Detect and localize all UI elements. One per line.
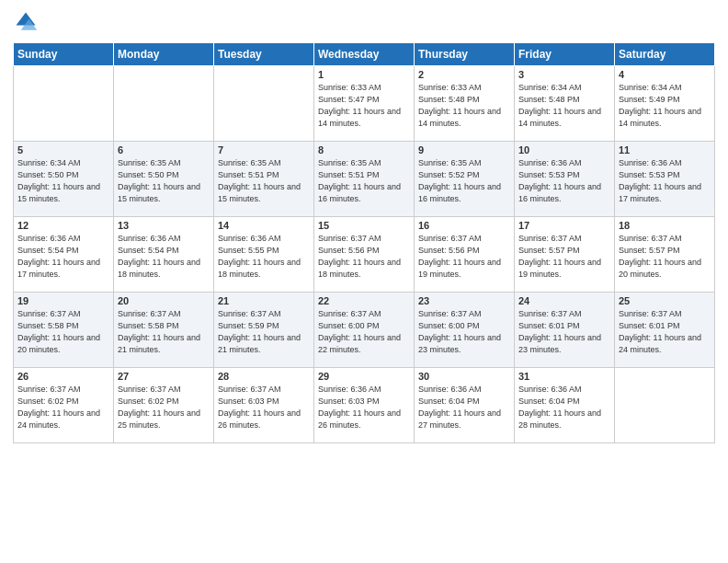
cell-content: Sunrise: 6:37 AMSunset: 5:57 PMDaylight:… [619, 233, 711, 281]
day-number: 3 [518, 69, 610, 80]
calendar-cell: 9Sunrise: 6:35 AMSunset: 5:52 PMDaylight… [415, 142, 515, 217]
cell-content: Sunrise: 6:37 AMSunset: 6:00 PMDaylight:… [418, 308, 510, 356]
calendar-cell: 3Sunrise: 6:34 AMSunset: 5:48 PMDaylight… [515, 66, 615, 142]
day-number: 2 [418, 69, 510, 80]
day-number: 20 [118, 295, 210, 306]
day-number: 19 [17, 295, 109, 306]
calendar-cell: 8Sunrise: 6:35 AMSunset: 5:51 PMDaylight… [314, 142, 415, 217]
day-number: 23 [418, 295, 510, 306]
calendar-cell: 21Sunrise: 6:37 AMSunset: 5:59 PMDayligh… [214, 293, 314, 368]
cell-content: Sunrise: 6:36 AMSunset: 5:53 PMDaylight:… [518, 157, 610, 205]
cell-content: Sunrise: 6:33 AMSunset: 5:48 PMDaylight:… [418, 82, 510, 130]
day-number: 25 [619, 295, 711, 306]
calendar-cell: 25Sunrise: 6:37 AMSunset: 6:01 PMDayligh… [615, 293, 715, 368]
calendar-cell: 29Sunrise: 6:36 AMSunset: 6:03 PMDayligh… [314, 368, 415, 443]
calendar-cell: 14Sunrise: 6:36 AMSunset: 5:55 PMDayligh… [214, 217, 314, 293]
cell-content: Sunrise: 6:36 AMSunset: 5:54 PMDaylight:… [118, 233, 210, 281]
calendar-cell: 13Sunrise: 6:36 AMSunset: 5:54 PMDayligh… [114, 217, 214, 293]
cell-content: Sunrise: 6:35 AMSunset: 5:51 PMDaylight:… [218, 157, 310, 205]
cell-content: Sunrise: 6:36 AMSunset: 5:54 PMDaylight:… [17, 233, 109, 281]
day-number: 17 [518, 220, 610, 231]
calendar-cell [615, 368, 715, 443]
calendar-cell: 18Sunrise: 6:37 AMSunset: 5:57 PMDayligh… [615, 217, 715, 293]
cell-content: Sunrise: 6:35 AMSunset: 5:52 PMDaylight:… [418, 157, 510, 205]
cell-content: Sunrise: 6:34 AMSunset: 5:48 PMDaylight:… [518, 82, 610, 130]
calendar-cell: 5Sunrise: 6:34 AMSunset: 5:50 PMDaylight… [14, 142, 114, 217]
calendar-cell: 20Sunrise: 6:37 AMSunset: 5:58 PMDayligh… [114, 293, 214, 368]
day-number: 5 [17, 144, 109, 155]
cell-content: Sunrise: 6:36 AMSunset: 6:03 PMDaylight:… [318, 384, 410, 431]
weekday-header-monday: Monday [114, 43, 214, 66]
cell-content: Sunrise: 6:34 AMSunset: 5:50 PMDaylight:… [17, 157, 109, 205]
calendar-table: SundayMondayTuesdayWednesdayThursdayFrid… [13, 42, 715, 443]
calendar-cell: 24Sunrise: 6:37 AMSunset: 6:01 PMDayligh… [515, 293, 615, 368]
day-number: 24 [518, 295, 610, 306]
cell-content: Sunrise: 6:35 AMSunset: 5:50 PMDaylight:… [118, 157, 210, 205]
calendar-cell: 22Sunrise: 6:37 AMSunset: 6:00 PMDayligh… [314, 293, 415, 368]
calendar-cell: 2Sunrise: 6:33 AMSunset: 5:48 PMDaylight… [415, 66, 515, 142]
cell-content: Sunrise: 6:36 AMSunset: 6:04 PMDaylight:… [518, 384, 610, 431]
weekday-header-thursday: Thursday [415, 43, 515, 66]
calendar-cell [214, 66, 314, 142]
calendar-cell: 28Sunrise: 6:37 AMSunset: 6:03 PMDayligh… [214, 368, 314, 443]
day-number: 28 [218, 371, 310, 382]
day-number: 16 [418, 220, 510, 231]
logo-icon [13, 9, 39, 35]
cell-content: Sunrise: 6:37 AMSunset: 6:02 PMDaylight:… [17, 384, 109, 431]
calendar-cell: 17Sunrise: 6:37 AMSunset: 5:57 PMDayligh… [515, 217, 615, 293]
calendar-cell [114, 66, 214, 142]
cell-content: Sunrise: 6:37 AMSunset: 6:02 PMDaylight:… [118, 384, 210, 431]
logo [13, 9, 42, 35]
calendar-cell: 30Sunrise: 6:36 AMSunset: 6:04 PMDayligh… [415, 368, 515, 443]
day-number: 8 [318, 144, 410, 155]
day-number: 18 [619, 220, 711, 231]
cell-content: Sunrise: 6:34 AMSunset: 5:49 PMDaylight:… [619, 82, 711, 130]
header [13, 9, 715, 35]
calendar-cell: 16Sunrise: 6:37 AMSunset: 5:56 PMDayligh… [415, 217, 515, 293]
cell-content: Sunrise: 6:37 AMSunset: 6:01 PMDaylight:… [619, 308, 711, 356]
day-number: 6 [118, 144, 210, 155]
cell-content: Sunrise: 6:37 AMSunset: 5:57 PMDaylight:… [518, 233, 610, 281]
calendar-cell: 23Sunrise: 6:37 AMSunset: 6:00 PMDayligh… [415, 293, 515, 368]
weekday-header-friday: Friday [515, 43, 615, 66]
cell-content: Sunrise: 6:36 AMSunset: 6:04 PMDaylight:… [418, 384, 510, 431]
day-number: 29 [318, 371, 410, 382]
weekday-header-saturday: Saturday [615, 43, 715, 66]
week-row-3: 12Sunrise: 6:36 AMSunset: 5:54 PMDayligh… [14, 217, 715, 293]
cell-content: Sunrise: 6:36 AMSunset: 5:55 PMDaylight:… [218, 233, 310, 281]
cell-content: Sunrise: 6:37 AMSunset: 6:03 PMDaylight:… [218, 384, 310, 431]
day-number: 9 [418, 144, 510, 155]
week-row-5: 26Sunrise: 6:37 AMSunset: 6:02 PMDayligh… [14, 368, 715, 443]
weekday-header-sunday: Sunday [14, 43, 114, 66]
calendar-cell: 7Sunrise: 6:35 AMSunset: 5:51 PMDaylight… [214, 142, 314, 217]
cell-content: Sunrise: 6:33 AMSunset: 5:47 PMDaylight:… [318, 82, 410, 130]
calendar-cell: 15Sunrise: 6:37 AMSunset: 5:56 PMDayligh… [314, 217, 415, 293]
calendar-cell: 10Sunrise: 6:36 AMSunset: 5:53 PMDayligh… [515, 142, 615, 217]
cell-content: Sunrise: 6:37 AMSunset: 5:58 PMDaylight:… [118, 308, 210, 356]
calendar-cell: 26Sunrise: 6:37 AMSunset: 6:02 PMDayligh… [14, 368, 114, 443]
day-number: 27 [118, 371, 210, 382]
day-number: 1 [318, 69, 410, 80]
calendar-cell: 27Sunrise: 6:37 AMSunset: 6:02 PMDayligh… [114, 368, 214, 443]
day-number: 13 [118, 220, 210, 231]
day-number: 31 [518, 371, 610, 382]
day-number: 15 [318, 220, 410, 231]
day-number: 14 [218, 220, 310, 231]
day-number: 11 [619, 144, 711, 155]
weekday-header-row: SundayMondayTuesdayWednesdayThursdayFrid… [14, 43, 715, 66]
cell-content: Sunrise: 6:37 AMSunset: 6:01 PMDaylight:… [518, 308, 610, 356]
day-number: 21 [218, 295, 310, 306]
cell-content: Sunrise: 6:37 AMSunset: 6:00 PMDaylight:… [318, 308, 410, 356]
day-number: 7 [218, 144, 310, 155]
day-number: 26 [17, 371, 109, 382]
cell-content: Sunrise: 6:37 AMSunset: 5:56 PMDaylight:… [418, 233, 510, 281]
cell-content: Sunrise: 6:37 AMSunset: 5:56 PMDaylight:… [318, 233, 410, 281]
calendar-cell: 31Sunrise: 6:36 AMSunset: 6:04 PMDayligh… [515, 368, 615, 443]
week-row-4: 19Sunrise: 6:37 AMSunset: 5:58 PMDayligh… [14, 293, 715, 368]
day-number: 10 [518, 144, 610, 155]
calendar-cell: 12Sunrise: 6:36 AMSunset: 5:54 PMDayligh… [14, 217, 114, 293]
week-row-1: 1Sunrise: 6:33 AMSunset: 5:47 PMDaylight… [14, 66, 715, 142]
calendar-cell [14, 66, 114, 142]
day-number: 22 [318, 295, 410, 306]
calendar-cell: 4Sunrise: 6:34 AMSunset: 5:49 PMDaylight… [615, 66, 715, 142]
